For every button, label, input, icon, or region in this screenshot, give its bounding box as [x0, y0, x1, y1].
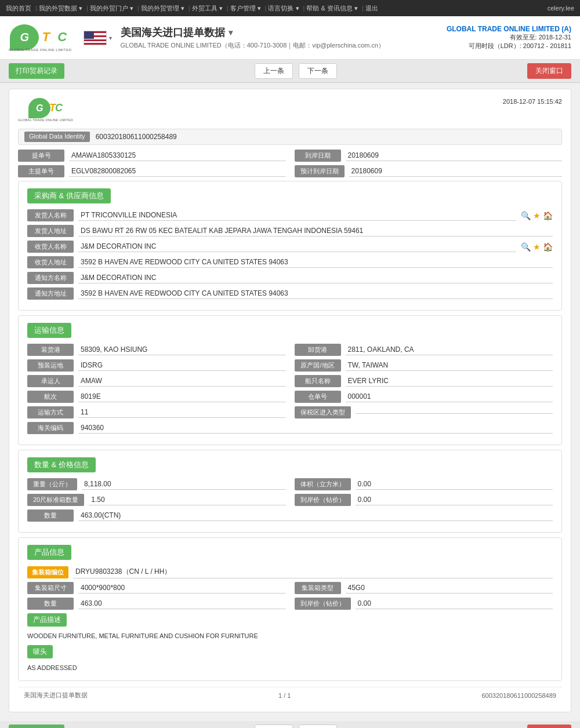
notify-name-row: 通知方名称 J&M DECORATION INC [27, 272, 553, 284]
nav-home[interactable]: 我的首页 [6, 4, 31, 13]
teu-unitprice-row: 20尺标准箱数量 1.50 到岸价（钻价） 0.00 [27, 494, 553, 506]
bl-value: 000001 [346, 391, 553, 402]
prod-qty-value: 463.00 [78, 598, 286, 609]
vessel-label: 船只名称 [295, 375, 341, 387]
unit-price-field: 到岸价（钻价） 0.00 [295, 494, 553, 506]
notify-addr-value: 3592 B HAVEN AVE REDWOOD CITY CA UNITED … [78, 288, 553, 299]
shipper-star-icon[interactable]: ★ [533, 211, 541, 220]
prev-button-top[interactable]: 上一条 [255, 63, 293, 79]
volume-field: 体积（立方米） 0.00 [295, 478, 553, 490]
consignee-star-icon[interactable]: ★ [533, 242, 541, 252]
footer-right: 600320180611000258489 [482, 692, 556, 699]
header-title-area: 美国海关进口提单数据 ▾ GLOBAL TRADE ONLINE LIMITED… [121, 26, 447, 50]
teu-field: 20尺标准箱数量 1.50 [27, 494, 286, 506]
nav-client[interactable]: 客户管理 ▾ [230, 4, 261, 13]
card-logo: G T C GLOBAL TRADE ONLINE LIMITED [18, 98, 73, 122]
prod-price-label: 到岸价（钻价） [295, 598, 351, 610]
hs-code-row: 海关编码 940360 [27, 422, 553, 434]
flag-dropdown[interactable]: ▾ [109, 35, 112, 41]
prev-button-bottom[interactable]: 上一条 [255, 725, 293, 728]
prod-qty-price-row: 数量 463.00 到岸价（钻价） 0.00 [27, 598, 553, 610]
notify-name-value: J&M DECORATION INC [78, 272, 553, 283]
nav-language[interactable]: 语言切换 ▾ [268, 4, 299, 13]
nav-help[interactable]: 帮助 & 资讯信息 ▾ [306, 4, 358, 13]
close-button-top[interactable]: 关闭窗口 [527, 63, 571, 79]
unit-price-value: 0.00 [356, 494, 553, 505]
ftz-label: 保税区进入类型 [295, 406, 351, 418]
transport-mode-value: 11 [78, 407, 286, 418]
weight-field: 重量（公斤） 8,118.00 [27, 478, 286, 490]
master-bill-label: 主提单号 [18, 165, 64, 177]
master-bill-field: 主提单号 EGLV082800082065 [18, 165, 286, 177]
container-no-row: 集装箱编位 DRYU9803238（CN / L / HH） [27, 566, 553, 578]
origin-field: 原产国/地区 TW, TAIWAN [295, 359, 553, 372]
header-bar: G T C GLOBAL TRADE ONLINE LIMITED ▾ 美国海关… [0, 16, 580, 60]
print-button-bottom[interactable]: 打印贸易记录 [9, 725, 64, 728]
page-title: 美国海关进口提单数据 ▾ [121, 26, 447, 39]
shipper-name-label: 发货人名称 [27, 209, 74, 221]
supplier-section-header: 采购商 & 供应商信息 [27, 188, 111, 203]
weight-value: 8,118.00 [82, 479, 286, 490]
master-bill-value: EGLV082800082065 [69, 166, 286, 177]
bill-value: AMAWA1805330125 [69, 150, 286, 161]
title-dropdown-icon[interactable]: ▾ [229, 28, 233, 37]
notify-addr-label: 通知方地址 [27, 287, 74, 300]
est-arrival-label: 预计到岸日期 [295, 165, 345, 177]
desc-title: 产品描述 [27, 613, 67, 627]
consignee-search-icon[interactable]: 🔍 [521, 242, 531, 252]
quantity-section: 数量 & 价格信息 重量（公斤） 8,118.00 体积（立方米） 0.00 2… [18, 450, 562, 533]
shipper-home-icon[interactable]: 🏠 [543, 211, 553, 220]
consignee-name-row: 收货人名称 J&M DECORATION INC 🔍 ★ 🏠 [27, 241, 553, 253]
shipper-name-with-icons: PT TRICONVILLE INDONESIA 🔍 ★ 🏠 [78, 210, 553, 221]
close-button-bottom[interactable]: 关闭窗口 [527, 725, 571, 728]
consignee-addr-label: 收货人地址 [27, 256, 74, 268]
prod-qty-label: 数量 [27, 598, 74, 610]
hs-code-value: 940360 [78, 423, 553, 434]
qty-row: 数量 463.00(CTN) [27, 509, 553, 522]
prod-price-field: 到岸价（钻价） 0.00 [295, 598, 553, 610]
top-toolbar: 打印贸易记录 上一条 下一条 关闭窗口 [0, 60, 580, 83]
container-size-label: 集装箱尺寸 [27, 582, 74, 594]
shipper-search-icon[interactable]: 🔍 [521, 211, 531, 220]
nav-portal[interactable]: 我的外贸门户 ▾ [90, 4, 133, 13]
nav-logout[interactable]: 退出 [365, 4, 378, 13]
global-id-row: Global Data Identity 6003201806110002584… [18, 129, 562, 145]
shipper-name-row: 发货人名称 PT TRICONVILLE INDONESIA 🔍 ★ 🏠 [27, 209, 553, 221]
arrival-date-value: 20180609 [346, 150, 563, 161]
quantity-section-header: 数量 & 价格信息 [27, 457, 96, 472]
container-size-value: 4000*900*800 [78, 583, 286, 594]
company-name: GLOBAL TRADE ONLINE LIMITED (A) [447, 25, 571, 33]
origin-label: 原产国/地区 [295, 359, 341, 372]
bottom-toolbar: 打印贸易记录 上一条 下一条 关闭窗口 [0, 721, 580, 728]
bill-label: 提单号 [18, 150, 64, 162]
carriage-origin-row: 预装运地 IDSRG 原产国/地区 TW, TAIWAN [27, 359, 553, 372]
product-desc-area: 产品描述 WOODEN FURNITURE, METAL FURNITURE A… [27, 613, 553, 642]
next-button-top[interactable]: 下一条 [299, 63, 337, 79]
carrier-vessel-row: 承运人 AMAW 船只名称 EVER LYRIC [27, 375, 553, 387]
nav-manage[interactable]: 我的外贸管理 ▾ [141, 4, 184, 13]
origin-value: TW, TAIWAN [346, 360, 553, 371]
qty-value: 463.00(CTN) [78, 510, 553, 521]
notify-name-label: 通知方名称 [27, 272, 74, 284]
consignee-home-icon[interactable]: 🏠 [543, 242, 553, 252]
validity-date: 有效至至: 2018-12-31 [447, 33, 571, 42]
main-content: G T C GLOBAL TRADE ONLINE LIMITED 2018-1… [0, 83, 580, 721]
unit-price-label: 到岸价（钻价） [295, 494, 351, 506]
discharge-port-field: 卸货港 2811, OAKLAND, CA [295, 344, 553, 356]
nav-customs-data[interactable]: 我的外贸数据 ▾ [39, 4, 82, 13]
top-nav: 我的首页 | 我的外贸数据 ▾ | 我的外贸门户 ▾ | 我的外贸管理 ▾ | … [0, 0, 580, 16]
shipper-icons: 🔍 ★ 🏠 [521, 211, 553, 220]
nav-tools[interactable]: 外贸工具 ▾ [192, 4, 223, 13]
carrier-value: AMAW [78, 376, 286, 387]
hs-code-label: 海关编码 [27, 422, 74, 434]
discharge-port-value: 2811, OAKLAND, CA [346, 344, 553, 355]
arrival-date-field: 到岸日期 20180609 [295, 150, 563, 162]
global-id-value: 600320180611000258489 [96, 132, 177, 142]
loading-port-label: 装货港 [27, 344, 74, 356]
voyage-value: 8019E [78, 391, 286, 402]
footer-center: 1 / 1 [278, 692, 291, 699]
container-size-field: 集装箱尺寸 4000*900*800 [27, 582, 286, 594]
next-button-bottom[interactable]: 下一条 [299, 725, 337, 728]
print-button-top[interactable]: 打印贸易记录 [9, 63, 64, 79]
flag-area: ▾ [84, 31, 112, 45]
